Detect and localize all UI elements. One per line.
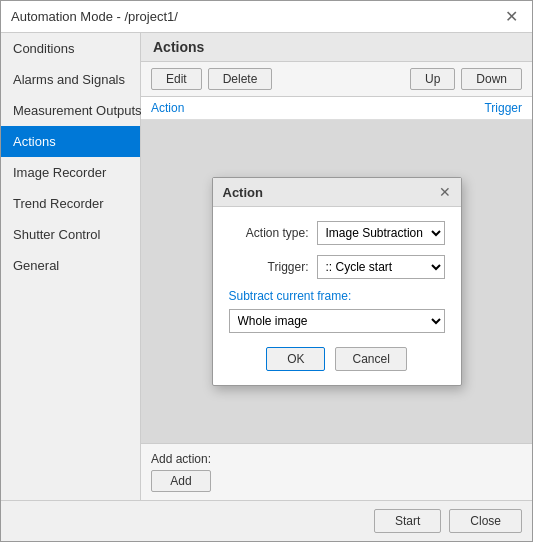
bottom-bar: Start Close	[1, 500, 532, 541]
edit-button[interactable]: Edit	[151, 68, 202, 90]
action-type-row: Action type: Image Subtraction Other Act…	[229, 221, 445, 245]
sidebar-item-trend-recorder[interactable]: Trend Recorder	[1, 188, 140, 219]
trigger-row: Trigger: :: Cycle start :: Cycle end	[229, 255, 445, 279]
toolbar: Edit Delete Up Down	[141, 62, 532, 97]
window-close-button[interactable]: ✕	[501, 9, 522, 25]
trigger-col-header: Trigger	[484, 101, 522, 115]
footer-area: Add action: Add	[141, 443, 532, 500]
sidebar-item-conditions[interactable]: Conditions	[1, 33, 140, 64]
action-list-body: Action ✕ Action type: Image Subtraction …	[141, 120, 532, 443]
close-button[interactable]: Close	[449, 509, 522, 533]
action-col-header: Action	[151, 101, 484, 115]
action-modal: Action ✕ Action type: Image Subtraction …	[212, 177, 462, 386]
sidebar: Conditions Alarms and Signals Measuremen…	[1, 33, 141, 500]
start-button[interactable]: Start	[374, 509, 441, 533]
sidebar-item-alarms[interactable]: Alarms and Signals	[1, 64, 140, 95]
content-area: Actions Edit Delete Up Down Action Trigg…	[141, 33, 532, 500]
sidebar-item-image-recorder[interactable]: Image Recorder	[1, 157, 140, 188]
sidebar-item-measurement[interactable]: Measurement Outputs	[1, 95, 140, 126]
add-action-label: Add action:	[151, 452, 522, 466]
add-button[interactable]: Add	[151, 470, 211, 492]
modal-title-bar: Action ✕	[213, 178, 461, 207]
subtract-frame-label: Subtract current frame:	[229, 289, 445, 303]
up-button[interactable]: Up	[410, 68, 455, 90]
modal-close-button[interactable]: ✕	[439, 184, 451, 200]
modal-title: Action	[223, 185, 263, 200]
modal-ok-button[interactable]: OK	[266, 347, 325, 371]
action-type-select[interactable]: Image Subtraction Other Action	[317, 221, 445, 245]
title-bar: Automation Mode - /project1/ ✕	[1, 1, 532, 33]
delete-button[interactable]: Delete	[208, 68, 273, 90]
modal-body: Action type: Image Subtraction Other Act…	[213, 207, 461, 385]
modal-overlay: Action ✕ Action type: Image Subtraction …	[141, 120, 532, 443]
main-content: Conditions Alarms and Signals Measuremen…	[1, 33, 532, 500]
modal-cancel-button[interactable]: Cancel	[335, 347, 406, 371]
trigger-label: Trigger:	[229, 260, 309, 274]
trigger-select[interactable]: :: Cycle start :: Cycle end	[317, 255, 445, 279]
content-header: Actions	[141, 33, 532, 62]
main-window: Automation Mode - /project1/ ✕ Condition…	[0, 0, 533, 542]
sidebar-item-actions[interactable]: Actions	[1, 126, 140, 157]
window-title: Automation Mode - /project1/	[11, 9, 178, 24]
sidebar-item-general[interactable]: General	[1, 250, 140, 281]
subtract-select[interactable]: Whole image Region of interest	[229, 309, 445, 333]
action-type-label: Action type:	[229, 226, 309, 240]
down-button[interactable]: Down	[461, 68, 522, 90]
action-list-header: Action Trigger	[141, 97, 532, 120]
modal-buttons: OK Cancel	[229, 347, 445, 371]
sidebar-item-shutter-control[interactable]: Shutter Control	[1, 219, 140, 250]
